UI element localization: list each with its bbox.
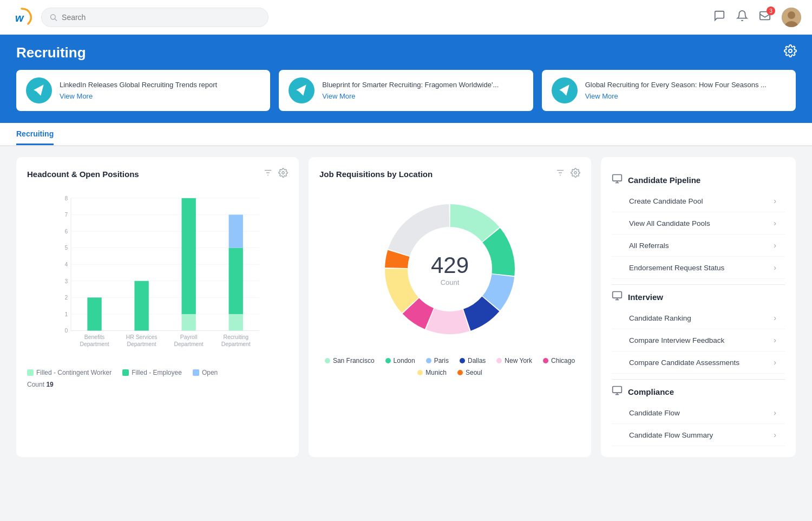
- chat-icon[interactable]: [713, 10, 725, 24]
- svg-text:4: 4: [65, 262, 68, 268]
- svg-text:Department: Department: [80, 341, 109, 347]
- svg-rect-43: [229, 214, 243, 248]
- news-card-1: Blueprint for Smarter Recruiting: Fragom…: [279, 70, 533, 111]
- search-input[interactable]: [62, 13, 260, 22]
- top-nav: w 3: [0, 0, 812, 35]
- pipeline-icon: [612, 173, 623, 187]
- svg-line-2: [55, 18, 56, 20]
- menu-create-pool-text: Create Candidate Pool: [629, 197, 703, 205]
- headcount-title: Headcount & Open Positions: [27, 170, 139, 179]
- pipeline-title: Candidate Pipeline: [628, 175, 700, 185]
- news-title-0: LinkedIn Releases Global Recruiting Tren…: [60, 81, 217, 89]
- menu-endorsement-text: Endorsement Request Status: [629, 264, 724, 272]
- legend-open-label: Open: [202, 369, 218, 376]
- logo: w: [11, 6, 32, 28]
- svg-rect-41: [229, 314, 243, 331]
- chevron-endorsement: ›: [774, 263, 776, 272]
- filter-icon[interactable]: [263, 168, 273, 180]
- legend-sf: San Francisco: [325, 357, 375, 364]
- legend-london: London: [385, 357, 415, 364]
- legend-sf-label: San Francisco: [333, 357, 375, 364]
- candidate-pipeline-header: Candidate Pipeline: [612, 173, 785, 187]
- news-link-2[interactable]: View More: [585, 92, 767, 100]
- menu-ranking[interactable]: Candidate Ranking ›: [612, 307, 785, 329]
- svg-text:7: 7: [65, 212, 68, 218]
- svg-text:5: 5: [65, 245, 68, 251]
- legend-chicago-label: Chicago: [551, 357, 575, 364]
- chevron-candidate-flow-summary: ›: [774, 431, 776, 439]
- donut-title: Job Requisitions by Location: [319, 170, 433, 179]
- inbox-badge: 3: [767, 6, 775, 15]
- legend-chicago: Chicago: [543, 357, 575, 364]
- menu-candidate-flow-summary[interactable]: Candidate Flow Summary ›: [612, 424, 785, 446]
- donut-tools: [555, 168, 580, 180]
- interview-icon: [612, 290, 623, 304]
- legend-ny-label: New York: [505, 357, 532, 364]
- svg-text:Benefits: Benefits: [84, 334, 104, 340]
- legend-ny: New York: [496, 357, 532, 364]
- legend-munich-dot: [417, 370, 423, 375]
- news-title-1: Blueprint for Smarter Recruiting: Fragom…: [322, 81, 499, 89]
- interview-header: Interview: [612, 290, 785, 304]
- menu-compare-assessments[interactable]: Compare Candidate Assessments ›: [612, 351, 785, 374]
- chart-settings-icon[interactable]: [278, 168, 288, 180]
- news-card-2: Global Recruiting for Every Season: How …: [542, 70, 796, 111]
- menu-create-pool[interactable]: Create Candidate Pool ›: [612, 190, 785, 212]
- bell-icon[interactable]: [736, 10, 748, 24]
- search-bar[interactable]: [41, 8, 269, 27]
- legend-chicago-dot: [543, 358, 548, 363]
- news-card-0: LinkedIn Releases Global Recruiting Tren…: [16, 70, 270, 111]
- donut-settings-icon[interactable]: [571, 168, 580, 180]
- svg-point-5: [788, 11, 795, 19]
- svg-text:Recruiting: Recruiting: [223, 334, 248, 340]
- count-value: 19: [46, 381, 53, 388]
- svg-text:6: 6: [65, 229, 68, 235]
- chevron-compare-assessments: ›: [774, 358, 776, 367]
- settings-button[interactable]: [784, 44, 797, 61]
- headcount-tools: [263, 168, 288, 180]
- legend-paris-label: Paris: [434, 357, 449, 364]
- news-title-2: Global Recruiting for Every Season: How …: [585, 81, 767, 89]
- svg-point-1: [51, 14, 56, 19]
- news-link-1[interactable]: View More: [322, 92, 499, 100]
- svg-text:3: 3: [65, 278, 68, 284]
- legend-contingent-color: [27, 369, 34, 376]
- inbox-icon[interactable]: 3: [759, 10, 771, 24]
- legend-london-label: London: [394, 357, 415, 364]
- legend-open: Open: [193, 369, 218, 376]
- legend-employee-label: Filled - Employee: [132, 369, 182, 376]
- news-icon-2: [552, 77, 578, 103]
- svg-text:HR Services: HR Services: [126, 334, 157, 340]
- sep-2: [612, 379, 785, 380]
- legend-dallas-dot: [460, 358, 465, 363]
- chevron-create-pool: ›: [774, 197, 776, 205]
- svg-point-49: [574, 172, 577, 174]
- menu-all-referrals-text: All Referrals: [629, 242, 669, 250]
- search-icon: [49, 13, 57, 22]
- blue-header: Recruiting LinkedIn Releases Global Recr…: [0, 35, 812, 123]
- legend-paris-dot: [426, 358, 431, 363]
- nav-icons: 3: [713, 8, 801, 27]
- legend-london-dot: [385, 358, 391, 363]
- menu-compare-feedback[interactable]: Compare Interview Feedback ›: [612, 329, 785, 351]
- tab-recruiting[interactable]: Recruiting: [16, 123, 54, 145]
- menu-all-referrals[interactable]: All Referrals ›: [612, 235, 785, 257]
- chevron-compare-feedback: ›: [774, 336, 776, 344]
- svg-rect-56: [613, 387, 622, 393]
- menu-compare-assessments-text: Compare Candidate Assessments: [629, 359, 739, 367]
- svg-text:Department: Department: [127, 341, 156, 347]
- news-content-0: LinkedIn Releases Global Recruiting Tren…: [60, 81, 217, 100]
- avatar[interactable]: [782, 8, 801, 27]
- chevron-view-pools: ›: [774, 219, 776, 227]
- menu-endorsement[interactable]: Endorsement Request Status ›: [612, 257, 785, 279]
- svg-text:2: 2: [65, 295, 68, 301]
- news-link-0[interactable]: View More: [60, 92, 217, 100]
- legend-munich-label: Munich: [425, 369, 447, 376]
- tab-bar: Recruiting: [0, 123, 812, 146]
- menu-candidate-flow[interactable]: Candidate Flow ›: [612, 402, 785, 424]
- svg-text:1: 1: [65, 311, 68, 317]
- menu-view-pools[interactable]: View All Candidate Pools ›: [612, 212, 785, 235]
- donut-filter-icon[interactable]: [555, 168, 565, 180]
- sep-1: [612, 284, 785, 285]
- legend-open-color: [193, 369, 199, 376]
